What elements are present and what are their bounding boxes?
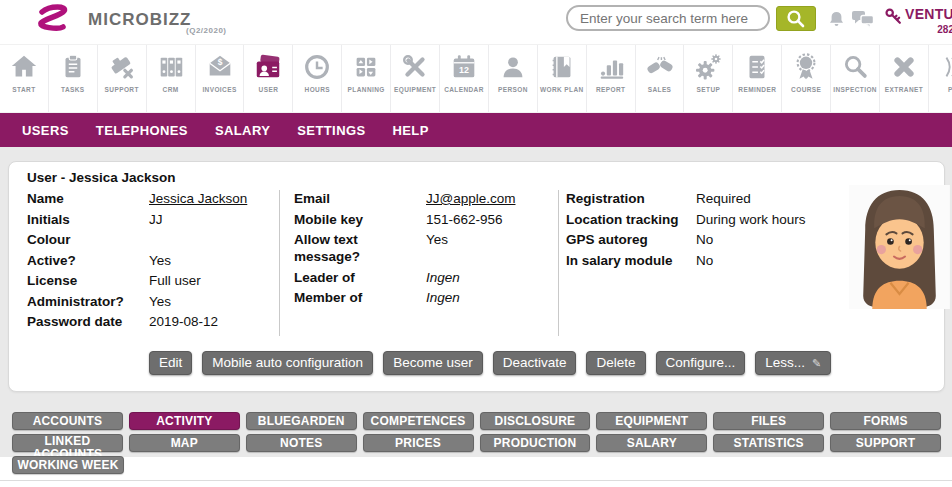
configure-button[interactable]: Configure...: [656, 351, 746, 375]
field-row-colour: Colour: [27, 231, 275, 248]
toolbar-item-label: INSPECTION: [833, 86, 877, 93]
toolbar-item-crm[interactable]: CRM: [147, 45, 196, 112]
deactivate-button[interactable]: Deactivate: [493, 351, 577, 375]
account-menu[interactable]: VENTU 282: [905, 6, 952, 35]
nav-item-salary[interactable]: SALARY: [215, 123, 270, 138]
delete-button[interactable]: Delete: [586, 351, 645, 375]
toolbar-item-invoices[interactable]: $INVOICES: [196, 45, 245, 112]
tab-files[interactable]: FILES: [713, 412, 824, 430]
email-link[interactable]: JJ@apple.com: [426, 191, 516, 206]
nav-item-settings[interactable]: SETTINGS: [297, 123, 365, 138]
toolbar-item-person[interactable]: PERSON: [489, 45, 538, 112]
become-user-button[interactable]: Become user: [383, 351, 483, 375]
tab-forms[interactable]: FORMS: [830, 412, 941, 430]
tab-statistics[interactable]: STATISTICS: [713, 434, 824, 452]
tab-working-week[interactable]: WORKING WEEK: [12, 456, 124, 474]
field-label: Active?: [27, 252, 149, 269]
toolbar-item-start[interactable]: START: [0, 45, 49, 112]
toolbar-item-support[interactable]: SUPPORT: [98, 45, 147, 112]
tab-salary[interactable]: SALARY: [596, 434, 707, 452]
field-row-email: EmailJJ@apple.com: [294, 190, 544, 207]
toolbar-item-work-plan[interactable]: WORK PLAN: [538, 45, 587, 112]
name-link[interactable]: Jessica Jackson: [149, 191, 247, 206]
field-label: Initials: [27, 211, 149, 228]
toolbar-item-extranet[interactable]: EXTRANET: [880, 45, 929, 112]
field-row-administrator: Administrator?Yes: [27, 293, 275, 310]
field-row-initials: InitialsJJ: [27, 211, 275, 228]
tasks-icon: [57, 52, 89, 82]
field-row-gps-autoreg: GPS autoregNo: [566, 231, 836, 248]
toolbar-item-label: INVOICES: [202, 86, 236, 93]
sales-icon: [644, 52, 676, 82]
messages-chat-icon[interactable]: [851, 9, 875, 29]
toolbar-item-user[interactable]: USER: [244, 45, 293, 112]
tab-production[interactable]: PRODUCTION: [480, 434, 591, 452]
toolbar-item-sales[interactable]: SALES: [636, 45, 685, 112]
tab-equipment[interactable]: EQUIPMENT: [596, 412, 707, 430]
toolbar-item-reminder[interactable]: REMINDER: [733, 45, 782, 112]
tab-map[interactable]: MAP: [129, 434, 240, 452]
detail-tabs-row3: WORKING WEEK: [12, 456, 941, 474]
svg-text:12: 12: [459, 65, 469, 75]
search-button[interactable]: [776, 6, 816, 31]
toolbar-item-setup[interactable]: SETUP: [684, 45, 733, 112]
tab-competences[interactable]: COMPETENCES: [363, 412, 474, 430]
tab-accounts[interactable]: ACCOUNTS: [12, 412, 123, 430]
tab-notes[interactable]: NOTES: [246, 434, 357, 452]
field-value-license: Full user: [149, 272, 275, 289]
reminder-icon: [741, 52, 773, 82]
field-label: GPS autoreg: [566, 231, 696, 248]
setup-icon: [692, 52, 724, 82]
tab-activity[interactable]: ACTIVITY: [129, 412, 240, 430]
tab-bluegarden[interactable]: BLUEGARDEN: [246, 412, 357, 430]
course-icon: [790, 52, 822, 82]
less-button[interactable]: Less...✎: [755, 351, 831, 375]
user-avatar: [849, 185, 950, 309]
field-value-member-of: Ingen: [426, 289, 544, 306]
tab-disclosure[interactable]: DISCLOSURE: [480, 412, 591, 430]
nav-item-users[interactable]: USERS: [22, 123, 69, 138]
field-row-active: Active?Yes: [27, 252, 275, 269]
column-divider: [558, 190, 559, 336]
toolbar-item-label: REMINDER: [738, 86, 776, 93]
field-row-password-date: Password date2019-08-12: [27, 313, 275, 330]
extranet-icon: [888, 52, 920, 82]
toolbar-item-calendar[interactable]: 12CALENDAR: [440, 45, 489, 112]
report-icon: [595, 52, 627, 82]
field-label: Allow text message?: [294, 231, 426, 265]
toolbar-item-planning[interactable]: PLANNING: [342, 45, 391, 112]
notifications-bell-icon[interactable]: [827, 8, 846, 30]
field-label: Name: [27, 190, 149, 207]
nav-item-telephones[interactable]: TELEPHONES: [96, 123, 188, 138]
nav-item-help[interactable]: HELP: [393, 123, 429, 138]
toolbar-item-hours[interactable]: HOURS: [293, 45, 342, 112]
microbizz-logo-icon[interactable]: [28, 2, 78, 46]
field-label: Leader of: [294, 269, 426, 286]
edit-button[interactable]: Edit: [149, 351, 192, 375]
toolbar-item-equipment[interactable]: EQUIPMENT: [391, 45, 440, 112]
login-key-icon[interactable]: [884, 7, 903, 26]
field-row-leader-of: Leader ofIngen: [294, 269, 544, 286]
toolbar-item-course[interactable]: COURSE: [782, 45, 831, 112]
toolbar-item-inspection[interactable]: INSPECTION: [831, 45, 880, 112]
field-label: Administrator?: [27, 293, 149, 310]
detail-tabs-row2: LINKED ACCOUNTSMAPNOTESPRICESPRODUCTIONS…: [12, 434, 941, 452]
search-input[interactable]: [566, 5, 770, 31]
field-value-password-date: 2019-08-12: [149, 313, 275, 330]
tab-prices[interactable]: PRICES: [363, 434, 474, 452]
home-icon: [8, 52, 40, 82]
toolbar-item-pr[interactable]: PR: [929, 45, 952, 112]
toolbar-item-label: EXTRANET: [885, 86, 923, 93]
tab-linked-accounts[interactable]: LINKED ACCOUNTS: [12, 434, 123, 452]
field-label: Registration: [566, 190, 696, 207]
mobile-auto-configuration-button[interactable]: Mobile auto configuration: [202, 351, 373, 375]
toolbar-item-report[interactable]: REPORT: [587, 45, 636, 112]
search-icon: [785, 8, 807, 30]
field-value-allow-text-message: Yes: [426, 231, 544, 248]
user-actions-row: EditMobile auto configurationBecome user…: [149, 351, 831, 375]
crm-icon: [155, 52, 187, 82]
tab-support[interactable]: SUPPORT: [830, 434, 941, 452]
field-label: Email: [294, 190, 426, 207]
toolbar-item-tasks[interactable]: TASKS: [49, 45, 98, 112]
field-label: Password date: [27, 313, 149, 330]
